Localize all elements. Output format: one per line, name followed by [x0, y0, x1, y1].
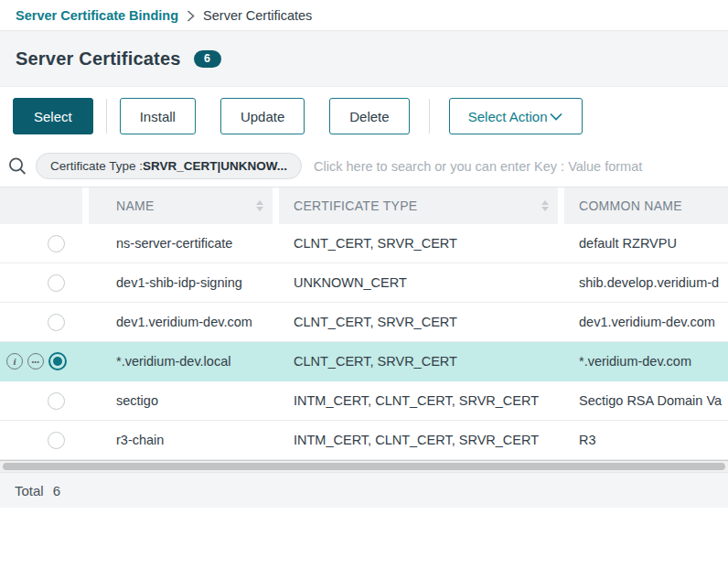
ellipsis-menu-icon[interactable]: •••	[27, 353, 44, 370]
column-header-select	[0, 188, 82, 224]
row-radio[interactable]	[48, 392, 65, 410]
sort-icon[interactable]	[256, 200, 263, 211]
column-header-common-name[interactable]: COMMON NAME	[564, 188, 728, 224]
select-action-dropdown[interactable]: Select Action	[449, 98, 583, 134]
cell-common-name: *.veridium-dev.com	[564, 354, 728, 369]
cell-certificate-type: UNKNOWN_CERT	[279, 275, 564, 290]
table-header: NAME CERTIFICATE TYPE COMMON NAME	[0, 188, 728, 224]
cell-name: *.veridium-dev.local	[89, 354, 279, 369]
cell-name: dev1.veridium-dev.com	[89, 315, 279, 329]
delete-button[interactable]: Delete	[329, 98, 409, 134]
table-row[interactable]: dev1.veridium-dev.comCLNT_CERT, SRVR_CER…	[0, 303, 728, 342]
cell-certificate-type: INTM_CERT, CLNT_CERT, SRVR_CERT	[279, 393, 564, 408]
chevron-down-icon	[550, 113, 562, 121]
column-header-certificate-type[interactable]: CERTIFICATE TYPE	[279, 188, 558, 224]
horizontal-scrollbar-thumb[interactable]	[3, 463, 725, 470]
table-row[interactable]: sectigoINTM_CERT, CLNT_CERT, SRVR_CERTSe…	[0, 381, 728, 421]
search-bar[interactable]: Certificate Type : SRVR_CERT|UNKNOW... C…	[0, 145, 728, 188]
total-value: 6	[53, 483, 60, 498]
column-header-name[interactable]: NAME	[89, 188, 273, 224]
row-select-cell: i•••	[0, 352, 89, 370]
table-row[interactable]: i•••*.veridium-dev.localCLNT_CERT, SRVR_…	[0, 342, 728, 381]
column-header-name-label: NAME	[116, 198, 155, 213]
row-radio[interactable]	[48, 314, 65, 331]
cell-certificate-type: INTM_CERT, CLNT_CERT, SRVR_CERT	[279, 433, 564, 447]
page-title: Server Certificates	[16, 48, 181, 70]
horizontal-scrollbar[interactable]	[0, 461, 728, 472]
cell-common-name: Sectigo RSA Domain Va	[564, 393, 728, 408]
row-select-cell	[0, 274, 89, 292]
row-radio[interactable]	[48, 235, 65, 252]
row-select-cell	[0, 235, 89, 252]
search-input-placeholder[interactable]: Click here to search or you can enter Ke…	[314, 159, 642, 174]
breadcrumb: Server Certificate Binding Server Certif…	[0, 0, 728, 31]
row-select-cell	[0, 392, 89, 410]
cell-name: ns-server-certificate	[89, 236, 279, 251]
sort-icon[interactable]	[541, 200, 549, 211]
certificates-table: ns-server-certificateCLNT_CERT, SRVR_CER…	[0, 224, 728, 460]
row-radio-selected[interactable]	[48, 352, 67, 370]
filter-chip-key: Certificate Type :	[50, 159, 143, 173]
cell-name: r3-chain	[89, 433, 279, 447]
count-badge: 6	[194, 50, 221, 68]
search-icon	[7, 156, 27, 177]
cell-certificate-type: CLNT_CERT, SRVR_CERT	[279, 236, 564, 251]
cell-common-name: shib.develop.veridium-d	[564, 275, 728, 290]
table-row[interactable]: dev1-shib-idp-signingUNKNOWN_CERTshib.de…	[0, 263, 728, 303]
select-action-label: Select Action	[468, 109, 548, 124]
cell-name: dev1-shib-idp-signing	[89, 275, 279, 290]
column-header-certificate-type-label: CERTIFICATE TYPE	[294, 198, 418, 213]
column-header-common-name-label: COMMON NAME	[579, 198, 682, 213]
cell-name: sectigo	[89, 393, 279, 408]
info-icon[interactable]: i	[6, 353, 23, 370]
row-select-cell	[0, 432, 89, 449]
select-button[interactable]: Select	[13, 98, 93, 134]
title-bar: Server Certificates 6	[0, 31, 728, 87]
update-button[interactable]: Update	[220, 98, 305, 134]
chevron-right-icon	[187, 10, 195, 22]
filter-chip-value: SRVR_CERT|UNKNOW...	[143, 159, 287, 173]
breadcrumb-current: Server Certificates	[203, 8, 312, 23]
breadcrumb-link-server-certificate-binding[interactable]: Server Certificate Binding	[16, 8, 178, 23]
filter-chip-certificate-type[interactable]: Certificate Type : SRVR_CERT|UNKNOW...	[36, 153, 302, 179]
footer-bar: Total 6	[0, 472, 728, 508]
table-row[interactable]: ns-server-certificateCLNT_CERT, SRVR_CER…	[0, 224, 728, 263]
cell-common-name: default RZRVPU	[564, 236, 728, 251]
toolbar-divider	[106, 99, 107, 134]
total-label: Total	[15, 483, 44, 498]
row-radio[interactable]	[48, 432, 65, 449]
install-button[interactable]: Install	[120, 98, 196, 134]
cell-common-name: dev1.veridium-dev.com	[564, 315, 728, 329]
cell-common-name: R3	[564, 433, 728, 447]
cell-certificate-type: CLNT_CERT, SRVR_CERT	[279, 354, 564, 369]
row-radio[interactable]	[48, 274, 65, 292]
toolbar-divider	[429, 99, 430, 134]
cell-certificate-type: CLNT_CERT, SRVR_CERT	[279, 315, 564, 329]
toolbar: Select Install Update Delete Select Acti…	[0, 87, 728, 145]
row-select-cell	[0, 314, 89, 331]
table-row[interactable]: r3-chainINTM_CERT, CLNT_CERT, SRVR_CERTR…	[0, 421, 728, 460]
